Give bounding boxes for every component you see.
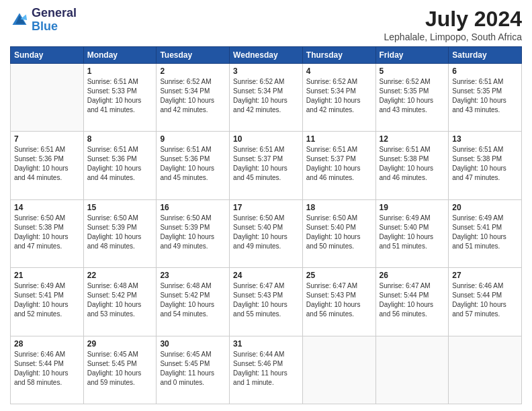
day-number: 12 bbox=[380, 134, 445, 144]
day-info: Sunrise: 6:50 AMSunset: 5:39 PMDaylight:… bbox=[160, 214, 226, 251]
day-number: 29 bbox=[87, 339, 153, 349]
day-header-wednesday: Wednesday bbox=[230, 47, 303, 64]
day-info: Sunrise: 6:50 AMSunset: 5:40 PMDaylight:… bbox=[233, 214, 299, 251]
calendar-cell: 10Sunrise: 6:51 AMSunset: 5:37 PMDayligh… bbox=[230, 132, 303, 199]
calendar-cell: 31Sunrise: 6:44 AMSunset: 5:46 PMDayligh… bbox=[230, 336, 303, 404]
calendar-cell: 5Sunrise: 6:52 AMSunset: 5:35 PMDaylight… bbox=[375, 64, 449, 132]
calendar-cell: 3Sunrise: 6:52 AMSunset: 5:34 PMDaylight… bbox=[230, 64, 303, 132]
week-row-1: 1Sunrise: 6:51 AMSunset: 5:33 PMDaylight… bbox=[11, 64, 522, 132]
day-info: Sunrise: 6:52 AMSunset: 5:34 PMDaylight:… bbox=[160, 77, 226, 115]
day-info: Sunrise: 6:51 AMSunset: 5:35 PMDaylight:… bbox=[452, 77, 518, 115]
calendar-cell: 4Sunrise: 6:52 AMSunset: 5:34 PMDaylight… bbox=[302, 64, 375, 132]
day-info: Sunrise: 6:51 AMSunset: 5:36 PMDaylight:… bbox=[160, 145, 226, 183]
day-number: 20 bbox=[452, 203, 518, 212]
title-block: July 2024 Lephalale, Limpopo, South Afri… bbox=[384, 7, 522, 42]
day-info: Sunrise: 6:51 AMSunset: 5:36 PMDaylight:… bbox=[14, 145, 80, 183]
day-header-friday: Friday bbox=[375, 47, 449, 64]
day-info: Sunrise: 6:46 AMSunset: 5:44 PMDaylight:… bbox=[14, 350, 80, 387]
calendar-cell bbox=[11, 64, 84, 132]
week-row-3: 14Sunrise: 6:50 AMSunset: 5:38 PMDayligh… bbox=[11, 199, 522, 267]
day-header-tuesday: Tuesday bbox=[157, 47, 230, 64]
calendar-cell: 27Sunrise: 6:46 AMSunset: 5:44 PMDayligh… bbox=[449, 268, 522, 336]
day-info: Sunrise: 6:50 AMSunset: 5:40 PMDaylight:… bbox=[306, 214, 372, 251]
day-number: 13 bbox=[452, 134, 518, 144]
logo: General Blue bbox=[10, 7, 77, 34]
day-number: 7 bbox=[14, 134, 80, 144]
calendar-cell bbox=[449, 336, 522, 404]
calendar-cell: 18Sunrise: 6:50 AMSunset: 5:40 PMDayligh… bbox=[302, 199, 375, 267]
day-info: Sunrise: 6:51 AMSunset: 5:38 PMDaylight:… bbox=[452, 145, 518, 183]
day-info: Sunrise: 6:52 AMSunset: 5:35 PMDaylight:… bbox=[380, 77, 445, 115]
calendar-cell: 16Sunrise: 6:50 AMSunset: 5:39 PMDayligh… bbox=[157, 199, 230, 267]
calendar-cell: 20Sunrise: 6:49 AMSunset: 5:41 PMDayligh… bbox=[449, 199, 522, 267]
day-number: 28 bbox=[14, 339, 80, 349]
day-number: 24 bbox=[233, 271, 299, 280]
logo-icon bbox=[10, 11, 29, 30]
calendar-cell: 13Sunrise: 6:51 AMSunset: 5:38 PMDayligh… bbox=[449, 132, 522, 199]
day-info: Sunrise: 6:51 AMSunset: 5:38 PMDaylight:… bbox=[380, 145, 445, 183]
day-number: 11 bbox=[306, 134, 372, 144]
page: General Blue July 2024 Lephalale, Limpop… bbox=[0, 0, 532, 411]
day-info: Sunrise: 6:51 AMSunset: 5:37 PMDaylight:… bbox=[306, 145, 372, 183]
day-number: 16 bbox=[160, 203, 226, 212]
day-info: Sunrise: 6:50 AMSunset: 5:38 PMDaylight:… bbox=[14, 214, 80, 251]
day-number: 30 bbox=[160, 339, 226, 349]
day-info: Sunrise: 6:47 AMSunset: 5:44 PMDaylight:… bbox=[380, 281, 445, 319]
calendar-cell: 7Sunrise: 6:51 AMSunset: 5:36 PMDaylight… bbox=[11, 132, 84, 199]
day-info: Sunrise: 6:51 AMSunset: 5:37 PMDaylight:… bbox=[233, 145, 299, 183]
calendar-cell: 11Sunrise: 6:51 AMSunset: 5:37 PMDayligh… bbox=[302, 132, 375, 199]
day-number: 25 bbox=[306, 271, 372, 280]
calendar-cell: 29Sunrise: 6:45 AMSunset: 5:45 PMDayligh… bbox=[83, 336, 157, 404]
day-header-sunday: Sunday bbox=[11, 47, 84, 64]
calendar-cell: 30Sunrise: 6:45 AMSunset: 5:45 PMDayligh… bbox=[157, 336, 230, 404]
day-info: Sunrise: 6:51 AMSunset: 5:36 PMDaylight:… bbox=[87, 145, 153, 183]
calendar-cell bbox=[375, 336, 449, 404]
day-number: 21 bbox=[14, 271, 80, 280]
day-number: 26 bbox=[380, 271, 445, 280]
calendar-cell: 23Sunrise: 6:48 AMSunset: 5:42 PMDayligh… bbox=[157, 268, 230, 336]
calendar-cell: 15Sunrise: 6:50 AMSunset: 5:39 PMDayligh… bbox=[83, 199, 157, 267]
day-number: 1 bbox=[87, 66, 153, 76]
day-info: Sunrise: 6:45 AMSunset: 5:45 PMDaylight:… bbox=[87, 350, 153, 387]
calendar-cell: 24Sunrise: 6:47 AMSunset: 5:43 PMDayligh… bbox=[230, 268, 303, 336]
calendar-cell: 1Sunrise: 6:51 AMSunset: 5:33 PMDaylight… bbox=[83, 64, 157, 132]
month-year: July 2024 bbox=[384, 7, 522, 32]
day-number: 23 bbox=[160, 271, 226, 280]
week-row-2: 7Sunrise: 6:51 AMSunset: 5:36 PMDaylight… bbox=[11, 132, 522, 199]
day-number: 27 bbox=[452, 271, 518, 280]
day-header-saturday: Saturday bbox=[449, 47, 522, 64]
day-number: 17 bbox=[233, 203, 299, 212]
day-number: 15 bbox=[87, 203, 153, 212]
location: Lephalale, Limpopo, South Africa bbox=[384, 32, 522, 42]
calendar-cell: 6Sunrise: 6:51 AMSunset: 5:35 PMDaylight… bbox=[449, 64, 522, 132]
header: General Blue July 2024 Lephalale, Limpop… bbox=[10, 7, 522, 42]
calendar-cell: 21Sunrise: 6:49 AMSunset: 5:41 PMDayligh… bbox=[11, 268, 84, 336]
day-number: 18 bbox=[306, 203, 372, 212]
day-info: Sunrise: 6:47 AMSunset: 5:43 PMDaylight:… bbox=[306, 281, 372, 319]
calendar-cell bbox=[302, 336, 375, 404]
day-info: Sunrise: 6:46 AMSunset: 5:44 PMDaylight:… bbox=[452, 281, 518, 319]
calendar-cell: 28Sunrise: 6:46 AMSunset: 5:44 PMDayligh… bbox=[11, 336, 84, 404]
day-info: Sunrise: 6:45 AMSunset: 5:45 PMDaylight:… bbox=[160, 350, 226, 387]
day-info: Sunrise: 6:51 AMSunset: 5:33 PMDaylight:… bbox=[87, 77, 153, 115]
calendar-cell: 22Sunrise: 6:48 AMSunset: 5:42 PMDayligh… bbox=[83, 268, 157, 336]
week-row-5: 28Sunrise: 6:46 AMSunset: 5:44 PMDayligh… bbox=[11, 336, 522, 404]
day-info: Sunrise: 6:49 AMSunset: 5:41 PMDaylight:… bbox=[14, 281, 80, 319]
week-row-4: 21Sunrise: 6:49 AMSunset: 5:41 PMDayligh… bbox=[11, 268, 522, 336]
day-header-thursday: Thursday bbox=[302, 47, 375, 64]
day-info: Sunrise: 6:48 AMSunset: 5:42 PMDaylight:… bbox=[87, 281, 153, 319]
calendar-cell: 26Sunrise: 6:47 AMSunset: 5:44 PMDayligh… bbox=[375, 268, 449, 336]
day-number: 8 bbox=[87, 134, 153, 144]
day-number: 19 bbox=[380, 203, 445, 212]
day-number: 10 bbox=[233, 134, 299, 144]
calendar-cell: 8Sunrise: 6:51 AMSunset: 5:36 PMDaylight… bbox=[83, 132, 157, 199]
calendar-cell: 9Sunrise: 6:51 AMSunset: 5:36 PMDaylight… bbox=[157, 132, 230, 199]
day-number: 14 bbox=[14, 203, 80, 212]
day-info: Sunrise: 6:48 AMSunset: 5:42 PMDaylight:… bbox=[160, 281, 226, 319]
day-info: Sunrise: 6:50 AMSunset: 5:39 PMDaylight:… bbox=[87, 214, 153, 251]
day-number: 5 bbox=[380, 66, 445, 76]
logo-text: General Blue bbox=[32, 7, 77, 34]
calendar-cell: 12Sunrise: 6:51 AMSunset: 5:38 PMDayligh… bbox=[375, 132, 449, 199]
day-header-monday: Monday bbox=[83, 47, 157, 64]
day-number: 22 bbox=[87, 271, 153, 280]
